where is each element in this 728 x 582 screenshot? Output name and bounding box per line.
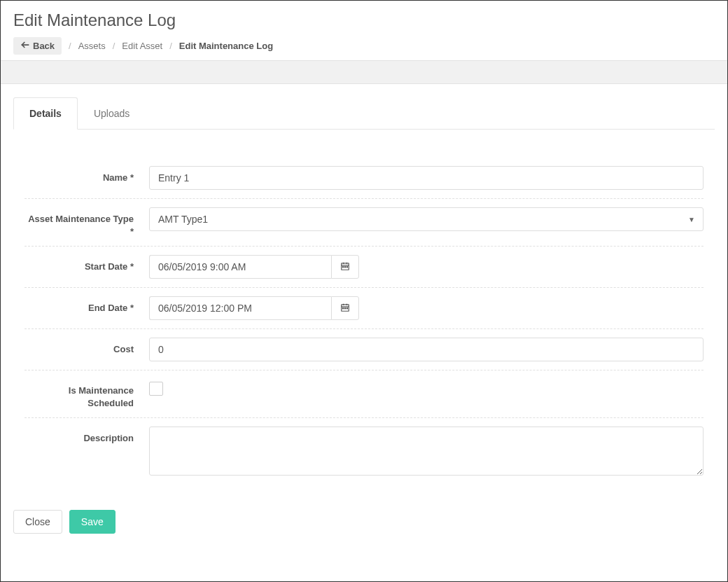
back-button[interactable]: Back — [13, 37, 62, 55]
svg-rect-5 — [343, 266, 344, 267]
cost-label: Cost — [24, 338, 149, 356]
type-label: Asset Maintenance Type * — [24, 207, 149, 237]
close-button[interactable]: Close — [13, 510, 62, 534]
breadcrumb-assets[interactable]: Assets — [78, 41, 106, 51]
name-label: Name * — [24, 166, 149, 184]
tab-uploads[interactable]: Uploads — [78, 97, 146, 130]
breadcrumb-edit-asset[interactable]: Edit Asset — [122, 41, 162, 51]
breadcrumb-separator: / — [169, 41, 172, 51]
tab-details[interactable]: Details — [13, 97, 78, 130]
description-field[interactable] — [149, 427, 704, 476]
start-date-field[interactable] — [149, 255, 331, 279]
svg-rect-14 — [346, 307, 347, 308]
breadcrumb: Back / Assets / Edit Asset / Edit Mainte… — [13, 37, 715, 55]
end-date-picker-button[interactable] — [331, 296, 359, 320]
form-details: Name * Asset Maintenance Type * AMT Type… — [13, 130, 715, 493]
type-select[interactable]: AMT Type1 — [149, 207, 704, 231]
svg-rect-13 — [344, 307, 345, 308]
tabs: Details Uploads — [13, 97, 715, 130]
start-date-picker-button[interactable] — [331, 255, 359, 279]
description-label: Description — [24, 427, 149, 445]
breadcrumb-separator: / — [69, 41, 71, 51]
calendar-icon — [340, 303, 350, 314]
name-field[interactable] — [149, 166, 704, 190]
end-date-label: End Date * — [24, 296, 149, 314]
save-button[interactable]: Save — [69, 510, 115, 534]
cost-field[interactable] — [149, 338, 704, 361]
scheduled-checkbox[interactable] — [149, 382, 163, 396]
back-button-label: Back — [33, 41, 55, 51]
arrow-left-icon — [20, 40, 30, 52]
breadcrumb-separator: / — [113, 41, 115, 51]
page-title: Edit Maintenance Log — [13, 11, 715, 30]
end-date-field[interactable] — [149, 296, 331, 320]
svg-rect-6 — [344, 266, 345, 267]
svg-rect-7 — [346, 266, 347, 267]
calendar-icon — [340, 261, 350, 273]
svg-rect-12 — [343, 307, 344, 308]
scheduled-label: Is Maintenance Scheduled — [24, 379, 149, 409]
breadcrumb-current: Edit Maintenance Log — [179, 41, 273, 51]
start-date-label: Start Date * — [24, 255, 149, 273]
footer-actions: Close Save — [1, 506, 727, 546]
toolbar-band — [1, 60, 727, 84]
